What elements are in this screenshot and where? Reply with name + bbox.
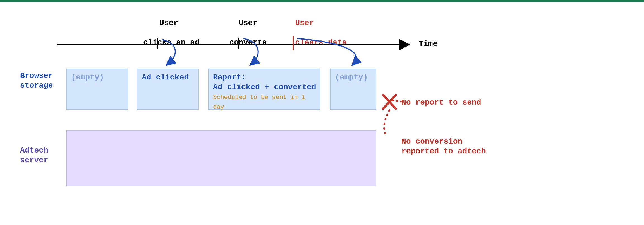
time-axis-label: Time: [419, 39, 437, 49]
event-convert-line1: User: [239, 19, 257, 27]
event-clear-line1: User: [295, 19, 314, 27]
outcome-no-conversion: No conversion reported to adtech: [401, 137, 486, 156]
event-clear-label: User clears data: [276, 8, 349, 57]
row-label-browser: Browser storage: [20, 71, 53, 90]
adtech-server-box: [66, 130, 376, 186]
browser-box-cleared: (empty): [330, 69, 376, 110]
browser-box-initial: (empty): [66, 69, 128, 110]
event-convert-label: User converts: [209, 8, 268, 57]
event-convert-line2: converts: [229, 38, 267, 47]
diagram-canvas: User clicks an ad User converts User cle…: [0, 0, 644, 225]
browser-box-cleared-text: (empty): [335, 73, 368, 82]
row-label-adtech: Adtech server: [20, 146, 48, 165]
outcome-no-report: No report to send: [401, 98, 481, 107]
browser-box-adclicked-text: Ad clicked: [142, 73, 189, 82]
event-clear-line2: clears data: [295, 38, 347, 47]
browser-box-report: Report: Ad clicked + converted Scheduled…: [208, 69, 320, 110]
event-click-label: User clicks an ad: [125, 8, 194, 57]
event-click-line2: clicks an ad: [143, 38, 200, 47]
browser-box-adclicked: Ad clicked: [137, 69, 199, 110]
browser-box-initial-text: (empty): [71, 73, 104, 82]
browser-box-report-subtext: Scheduled to be sent in 1 day: [213, 94, 305, 111]
event-click-line1: User: [159, 19, 178, 27]
browser-box-report-text: Report: Ad clicked + converted: [213, 73, 316, 91]
page-top-strip: [0, 0, 644, 2]
